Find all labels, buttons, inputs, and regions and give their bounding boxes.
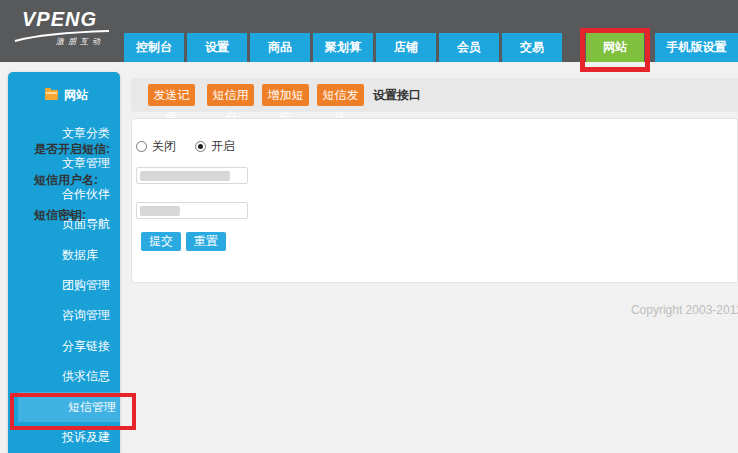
tab-add-sms-button[interactable]: 增加短信 xyxy=(262,84,309,106)
app-window: VPENG 激朋互动 控制台 设置 商品 聚划算 店铺 会员 交易 网站 手机版… xyxy=(0,0,738,453)
tab-send-records-button[interactable]: 发送记录 xyxy=(148,84,195,106)
nav-tab-juhuasuan[interactable]: 聚划算 xyxy=(313,33,373,62)
sidebar-item-database[interactable]: 数据库 xyxy=(8,240,120,270)
copyright-text: Copyright 2003-2012 xyxy=(631,303,738,317)
nav-tab-trade[interactable]: 交易 xyxy=(502,33,562,62)
radio-on-checked[interactable] xyxy=(195,141,206,152)
radio-off-label: 关闭 xyxy=(152,138,176,155)
sidebar-item-supply-demand-info[interactable]: 供求信息 xyxy=(8,361,120,391)
sms-tab-bar: 发送记录 短信用户 增加短信 短信发送 设置接口 xyxy=(131,78,738,112)
redacted-value-blur xyxy=(140,171,230,181)
nav-tab-products[interactable]: 商品 xyxy=(250,33,310,62)
redacted-value-blur xyxy=(140,206,180,216)
nav-tab-shop[interactable]: 店铺 xyxy=(376,33,436,62)
nav-tab-console[interactable]: 控制台 xyxy=(124,33,184,62)
tab-sms-send-button[interactable]: 短信发送 xyxy=(317,84,364,106)
folder-icon xyxy=(45,90,58,100)
sidebar-menu: 文章分类 文章管理 合作伙伴 页面导航 数据库 团购管理 咨询管理 分享链接 供… xyxy=(8,118,120,452)
nav-tab-mobile-settings[interactable]: 手机版设置 xyxy=(655,33,738,62)
brand-logo: VPENG 激朋互动 xyxy=(22,8,132,54)
sidebar-item-share-links[interactable]: 分享链接 xyxy=(8,331,120,361)
sidebar-item-consultation-management[interactable]: 咨询管理 xyxy=(8,300,120,330)
enable-sms-radio-group: 关闭 开启 xyxy=(136,138,249,155)
brand-tagline: 激朋互动 xyxy=(56,36,104,47)
sidebar-item-sms-management-active[interactable]: 短信管理 xyxy=(18,392,120,422)
submit-button[interactable]: 提交 xyxy=(141,232,181,251)
sidebar: 网站 文章分类 文章管理 合作伙伴 页面导航 数据库 团购管理 咨询管理 分享链… xyxy=(8,72,120,453)
radio-off-unchecked[interactable] xyxy=(136,141,147,152)
sms-secret-input[interactable] xyxy=(136,202,248,219)
radio-on-label: 开启 xyxy=(211,138,235,155)
sidebar-section-website[interactable]: 网站 xyxy=(8,72,120,102)
sidebar-section-label: 网站 xyxy=(64,87,88,104)
sidebar-item-complaints-suggestions[interactable]: 投诉及建议 xyxy=(8,422,120,452)
nav-tab-settings[interactable]: 设置 xyxy=(187,33,247,62)
current-section-label: 设置接口 xyxy=(373,78,421,112)
tab-sms-users-button[interactable]: 短信用户 xyxy=(207,84,254,106)
reset-button[interactable]: 重置 xyxy=(186,232,226,251)
sms-secret-label: 短信密钥: xyxy=(34,207,86,224)
sms-username-input[interactable] xyxy=(136,167,248,184)
brand-name: VPENG xyxy=(22,8,132,30)
nav-tab-members[interactable]: 会员 xyxy=(439,33,499,62)
top-bar: VPENG 激朋互动 控制台 设置 商品 聚划算 店铺 会员 交易 网站 手机版… xyxy=(0,0,738,62)
nav-tab-website-active[interactable]: 网站 xyxy=(586,33,644,62)
sms-username-label: 短信用户名: xyxy=(34,172,98,189)
sidebar-item-group-buy-management[interactable]: 团购管理 xyxy=(8,270,120,300)
enable-sms-label: 是否开启短信: xyxy=(34,141,110,158)
